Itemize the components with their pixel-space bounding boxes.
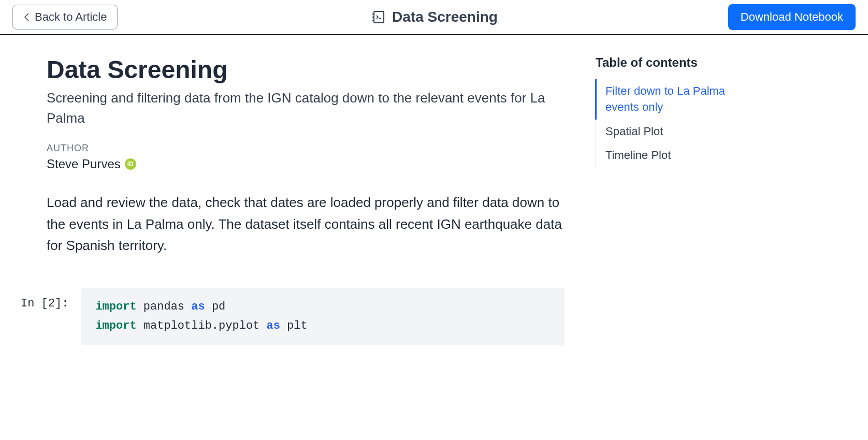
toc-title: Table of contents xyxy=(596,55,761,70)
toc-list: Filter down to La Palma events only Spat… xyxy=(596,79,761,168)
code-line: import matplotlib.pyplot as plt xyxy=(95,316,550,335)
page-subtitle: Screening and filtering data from the IG… xyxy=(47,88,565,128)
orcid-icon[interactable]: iD xyxy=(125,158,136,170)
toc-item-filter[interactable]: Filter down to La Palma events only xyxy=(595,79,761,120)
header-title-text: Data Screening xyxy=(392,9,498,25)
download-notebook-button[interactable]: Download Notebook xyxy=(728,4,856,30)
table-of-contents: Table of contents Filter down to La Palm… xyxy=(596,55,761,345)
header-title: Data Screening xyxy=(370,9,498,25)
article-description: Load and review the data, check that dat… xyxy=(47,192,565,257)
svg-point-1 xyxy=(372,13,373,14)
svg-point-3 xyxy=(372,20,373,21)
author-name-text: Steve Purves xyxy=(47,157,121,171)
code-line: import pandas as pd xyxy=(95,297,550,316)
author-name: Steve Purves iD xyxy=(47,157,565,171)
code-cell: In [2]: import pandas as pd import matpl… xyxy=(21,288,565,345)
notebook-icon xyxy=(370,9,386,25)
svg-point-2 xyxy=(372,17,373,18)
header: Back to Article Data Screening Download … xyxy=(0,0,868,35)
toc-item-spatial[interactable]: Spatial Plot xyxy=(596,120,761,144)
main-content: Data Screening Screening and filtering d… xyxy=(47,55,565,345)
svg-rect-0 xyxy=(374,11,384,23)
toc-item-timeline[interactable]: Timeline Plot xyxy=(596,143,761,168)
back-to-article-button[interactable]: Back to Article xyxy=(12,5,118,30)
page-title: Data Screening xyxy=(47,55,565,84)
chevron-left-icon xyxy=(23,12,31,22)
code-block: import pandas as pd import matplotlib.py… xyxy=(81,288,565,345)
author-label: AUTHOR xyxy=(47,143,565,154)
back-button-label: Back to Article xyxy=(35,10,107,24)
code-prompt: In [2]: xyxy=(21,288,68,310)
